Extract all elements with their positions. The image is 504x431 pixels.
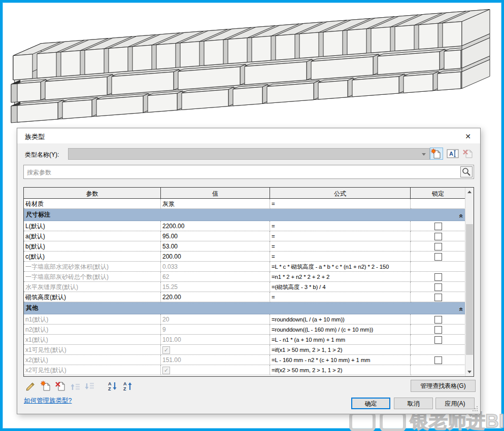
param-lock-cell[interactable] xyxy=(411,241,465,252)
param-lock-cell[interactable] xyxy=(411,355,465,365)
param-name-cell[interactable]: 一字墙底部水泥砂浆体积(默认) xyxy=(24,262,161,272)
param-lock-cell[interactable] xyxy=(411,252,465,262)
param-value-cell[interactable]: 20 xyxy=(161,314,270,325)
column-header-value[interactable]: 值 xyxy=(161,188,270,199)
param-value-cell[interactable]: 53.00 xyxy=(161,241,270,252)
param-value-cell[interactable]: 151.00 xyxy=(161,355,270,365)
param-formula-cell[interactable]: =L - n1 * (a + 10 mm) + 1 mm xyxy=(270,335,411,345)
param-name-cell[interactable]: x2可见性(默认) xyxy=(24,365,161,375)
param-formula-cell[interactable]: = xyxy=(270,199,411,209)
edit-parameter-icon[interactable] xyxy=(25,380,36,391)
param-name-cell[interactable]: x1可见性(默认) xyxy=(24,345,161,355)
new-parameter-icon[interactable] xyxy=(40,380,51,391)
param-formula-cell[interactable]: = xyxy=(270,292,411,302)
delete-parameter-icon[interactable] xyxy=(54,380,65,391)
lock-checkbox[interactable] xyxy=(434,243,442,250)
param-lock-cell[interactable] xyxy=(411,365,465,375)
lock-checkbox[interactable] xyxy=(434,223,442,230)
model-3d-view[interactable] xyxy=(0,0,504,127)
ok-button[interactable]: 确定 xyxy=(351,398,390,409)
param-name-cell[interactable]: b(默认) xyxy=(24,241,161,252)
param-name-cell[interactable]: 砌筑高度(默认) xyxy=(24,292,161,302)
param-formula-cell[interactable]: =L * c * 砌筑高度 - a * b * c * (n1 + n2) * … xyxy=(270,262,411,272)
param-value-cell[interactable]: 15.25 xyxy=(161,282,270,292)
param-lock-cell[interactable] xyxy=(411,345,465,355)
param-value-cell[interactable]: 0.033 xyxy=(161,262,270,272)
param-name-cell[interactable]: 水平灰缝厚度(默认) xyxy=(24,282,161,292)
param-value-cell[interactable]: 101.00 xyxy=(161,335,270,345)
param-name-cell[interactable]: c(默认) xyxy=(24,252,161,262)
manage-lookup-tables-button[interactable]: 管理查找表格(G) xyxy=(411,380,476,392)
param-lock-cell[interactable] xyxy=(411,231,465,241)
param-lock-cell[interactable] xyxy=(411,199,465,209)
column-header-lock[interactable]: 锁定 xyxy=(411,188,465,199)
lock-checkbox[interactable] xyxy=(434,316,442,324)
lock-checkbox[interactable] xyxy=(434,294,442,301)
param-formula-cell[interactable]: =if(x2 > 50 mm, 2 > 1, 1 > 2) xyxy=(270,365,411,375)
param-value-cell[interactable]: ✓ xyxy=(161,365,270,375)
param-value-cell[interactable]: 62 xyxy=(161,272,270,282)
collapse-section-icon[interactable]: » xyxy=(455,214,466,218)
column-header-formula[interactable]: 公式 xyxy=(270,188,411,199)
param-lock-cell[interactable] xyxy=(411,335,465,345)
apply-button[interactable]: 应用(A) xyxy=(435,398,475,409)
param-name-cell[interactable]: L(默认) xyxy=(24,221,161,231)
param-lock-cell[interactable] xyxy=(411,282,465,292)
param-name-cell[interactable]: 砖材质 xyxy=(24,199,161,209)
close-icon[interactable]: ✕ xyxy=(461,131,475,142)
lock-checkbox[interactable] xyxy=(434,253,442,261)
param-formula-cell[interactable]: = xyxy=(270,241,411,252)
param-formula-cell[interactable]: =rounddown((L - 160 mm) / (c + 10 mm)) xyxy=(270,325,411,335)
sort-descending-icon[interactable]: AZ xyxy=(122,380,133,391)
column-header-param[interactable]: 参数 xyxy=(24,188,161,199)
param-formula-cell[interactable]: =(砌筑高度 - 3 * b) / 4 xyxy=(270,282,411,292)
param-value-cell[interactable]: 95.00 xyxy=(161,231,270,241)
section-header-row[interactable]: 尺寸标注» xyxy=(24,209,474,221)
lock-checkbox[interactable] xyxy=(434,356,442,364)
param-formula-cell[interactable]: =if(x1 > 50 mm, 2 > 1, 1 > 2) xyxy=(270,345,411,355)
param-name-cell[interactable]: n2(默认) xyxy=(24,325,161,335)
param-name-cell[interactable]: x2(默认) xyxy=(24,355,161,365)
param-name-cell[interactable]: 一字墙底部灰砂砖总个数(默认) xyxy=(24,272,161,282)
param-value-cell[interactable]: 灰浆 xyxy=(161,199,270,209)
param-lock-cell[interactable] xyxy=(411,314,465,325)
value-checkbox-checked[interactable]: ✓ xyxy=(162,367,170,374)
search-icon[interactable] xyxy=(460,166,473,177)
lock-checkbox[interactable] xyxy=(434,326,442,334)
param-value-cell[interactable]: 9 xyxy=(161,325,270,335)
param-value-cell[interactable]: 220.00 xyxy=(161,292,270,302)
param-name-cell[interactable]: n1(默认) xyxy=(24,314,161,325)
scroll-down-icon[interactable] xyxy=(465,368,474,376)
param-formula-cell[interactable]: =n1 * 2 + n2 * 2 + 2 + 2 xyxy=(270,272,411,282)
scrollbar-thumb[interactable] xyxy=(466,224,473,355)
resize-grip[interactable] xyxy=(472,406,478,412)
rename-type-icon[interactable]: A xyxy=(447,149,460,161)
param-formula-cell[interactable]: = xyxy=(270,231,411,241)
vertical-scrollbar[interactable] xyxy=(465,188,474,376)
collapse-section-icon[interactable]: » xyxy=(455,307,466,311)
param-formula-cell[interactable]: = xyxy=(270,252,411,262)
section-header-row[interactable]: 其他» xyxy=(24,302,474,314)
param-value-cell[interactable]: 200.00 xyxy=(161,252,270,262)
new-type-icon[interactable] xyxy=(430,148,443,160)
param-formula-cell[interactable]: = xyxy=(270,221,411,231)
param-name-cell[interactable]: a(默认) xyxy=(24,231,161,241)
lock-checkbox[interactable] xyxy=(434,336,442,344)
param-value-cell[interactable]: ✓ xyxy=(161,345,270,355)
param-name-cell[interactable]: x1(默认) xyxy=(24,335,161,345)
lock-checkbox[interactable] xyxy=(434,273,442,281)
sort-ascending-icon[interactable]: AZ xyxy=(107,380,118,391)
cancel-button[interactable]: 取消 xyxy=(394,398,433,409)
scroll-up-icon[interactable] xyxy=(465,188,474,196)
param-value-cell[interactable]: 2200.00 xyxy=(161,221,270,231)
search-input[interactable] xyxy=(26,167,454,178)
lock-checkbox[interactable] xyxy=(434,283,442,291)
how-to-manage-family-types-link[interactable]: 如何管理族类型? xyxy=(24,397,72,405)
lock-checkbox[interactable] xyxy=(434,233,442,240)
param-lock-cell[interactable] xyxy=(411,325,465,335)
param-lock-cell[interactable] xyxy=(411,292,465,302)
param-lock-cell[interactable] xyxy=(411,221,465,231)
type-name-dropdown[interactable] xyxy=(68,148,430,160)
param-formula-cell[interactable]: =L - 160 mm - n2 * (c + 10 mm) + 1 mm xyxy=(270,355,411,365)
param-lock-cell[interactable] xyxy=(411,272,465,282)
